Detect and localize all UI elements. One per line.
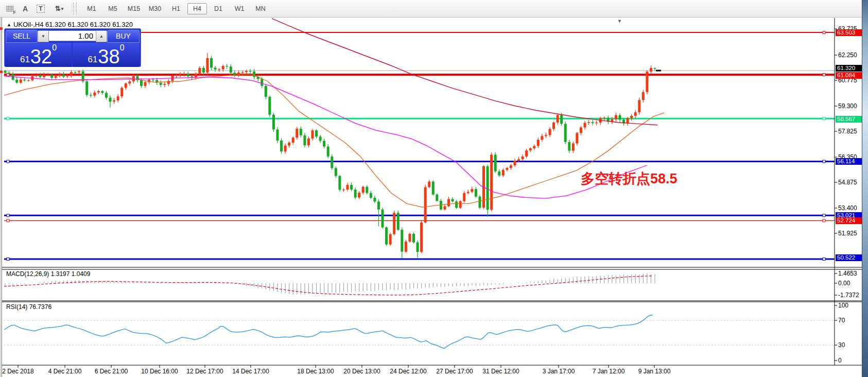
hline-handle[interactable] bbox=[7, 117, 9, 120]
timeframe-toolbar: M1M5M15M30H1H4D1W1MN bbox=[82, 3, 270, 14]
rsi-axis-label: 100 bbox=[838, 302, 848, 309]
hline-handle[interactable] bbox=[823, 117, 825, 120]
candle-body bbox=[517, 159, 520, 161]
hline-handle[interactable] bbox=[823, 31, 825, 33]
hline-handle[interactable] bbox=[823, 258, 825, 261]
last-price-dash bbox=[656, 70, 661, 72]
hline-handle[interactable] bbox=[823, 74, 825, 76]
rsi-axis-label: 0 bbox=[838, 357, 842, 364]
cursor-a-icon[interactable]: A bbox=[20, 3, 31, 14]
candle-body bbox=[373, 198, 376, 201]
ma-mid-magenta bbox=[4, 76, 647, 198]
buy-price-button[interactable]: 61 38 0 bbox=[73, 43, 140, 67]
candle-body bbox=[452, 199, 454, 202]
candle-body bbox=[323, 141, 325, 146]
buy-button[interactable]: BUY bbox=[107, 30, 140, 43]
candle-body bbox=[572, 144, 575, 151]
candle-body bbox=[646, 72, 648, 92]
candle-body bbox=[370, 193, 372, 198]
candle-body bbox=[237, 73, 240, 75]
hline-handle[interactable] bbox=[7, 219, 9, 222]
hline-handle[interactable] bbox=[7, 214, 9, 217]
candle-body bbox=[455, 201, 458, 208]
time-axis-label: 7 Jan 12:00 bbox=[593, 368, 625, 375]
candle-body bbox=[432, 182, 435, 195]
candle-body bbox=[144, 82, 147, 85]
tf-button-M5[interactable]: M5 bbox=[103, 3, 123, 14]
candle-body bbox=[284, 146, 287, 152]
tf-button-M1[interactable]: M1 bbox=[82, 3, 101, 14]
candle-body bbox=[70, 72, 73, 76]
price-badge-61.320: 61.320 bbox=[836, 65, 862, 72]
hline-handle[interactable] bbox=[7, 160, 9, 163]
chart-canvas[interactable] bbox=[0, 18, 868, 377]
text-label-icon[interactable]: T bbox=[35, 3, 46, 14]
ma-long-red bbox=[272, 19, 657, 125]
price-badge-56.114: 56.114 bbox=[836, 158, 862, 165]
candle-body bbox=[537, 140, 540, 146]
chart-shift-marker-icon[interactable]: ▼ bbox=[617, 19, 622, 24]
tf-button-D1[interactable]: D1 bbox=[209, 3, 228, 14]
macd-axis-label: -1.7372 bbox=[838, 292, 859, 299]
candle-body bbox=[408, 234, 411, 242]
candle-body bbox=[4, 71, 7, 73]
price-badge-61.084: 61.084 bbox=[836, 72, 862, 79]
candle-body bbox=[179, 74, 182, 75]
tf-button-H4[interactable]: H4 bbox=[187, 3, 207, 14]
candle-body bbox=[463, 193, 465, 201]
candle-body bbox=[125, 83, 127, 88]
candle-body bbox=[568, 142, 570, 151]
candle-body bbox=[8, 73, 10, 74]
candle-body bbox=[58, 74, 61, 76]
macd-axis-label: 0.00 bbox=[838, 280, 850, 287]
tf-button-W1[interactable]: W1 bbox=[230, 3, 249, 14]
time-axis-label: 27 Dec 17:00 bbox=[436, 368, 473, 375]
candle-body bbox=[245, 71, 248, 72]
candle-body bbox=[627, 118, 629, 123]
volume-decrease-button[interactable]: ▼ bbox=[38, 30, 49, 42]
candle-body bbox=[265, 86, 267, 97]
candle-body bbox=[218, 69, 220, 70]
candle-body bbox=[443, 206, 446, 209]
candle-body bbox=[393, 213, 395, 234]
sell-button[interactable]: SELL bbox=[6, 30, 38, 43]
sort-arrows-icon[interactable]: ⇅▾ bbox=[50, 3, 68, 14]
candle-body bbox=[43, 75, 45, 77]
one-click-trade-panel: SELL ▼ ▲ BUY 61 32 0 61 38 0 bbox=[4, 28, 141, 67]
indicators-grid-icon[interactable]: F bbox=[4, 3, 15, 14]
hline-handle[interactable] bbox=[823, 160, 825, 163]
candle-body bbox=[97, 91, 100, 93]
candle-body bbox=[303, 135, 306, 145]
candle-body bbox=[335, 168, 337, 176]
candle-body bbox=[35, 75, 38, 76]
time-axis-label: 10 Dec 16:00 bbox=[141, 368, 178, 375]
candle-body bbox=[385, 227, 388, 244]
price-tick-label: 62.250 bbox=[838, 52, 857, 59]
hline-handle[interactable] bbox=[823, 214, 825, 217]
candle-body bbox=[350, 185, 353, 190]
tf-button-H1[interactable]: H1 bbox=[166, 3, 186, 14]
tf-button-MN[interactable]: MN bbox=[251, 3, 270, 14]
hline-handle[interactable] bbox=[7, 258, 9, 261]
candle-body bbox=[15, 80, 18, 83]
candle-body bbox=[23, 79, 26, 80]
dot-grid-icon: F bbox=[6, 6, 13, 12]
candle-body bbox=[327, 147, 329, 157]
candle-body bbox=[85, 81, 88, 95]
candle-body bbox=[362, 187, 364, 193]
candle-body bbox=[494, 155, 497, 171]
candle-body bbox=[117, 96, 119, 100]
price-badge-58.567: 58.567 bbox=[836, 116, 862, 123]
candle-body bbox=[381, 210, 384, 228]
hline-handle[interactable] bbox=[823, 219, 825, 222]
candle-body bbox=[354, 190, 357, 197]
tf-button-M15[interactable]: M15 bbox=[124, 3, 144, 14]
volume-input[interactable] bbox=[48, 30, 96, 41]
edge-mark bbox=[0, 27, 3, 30]
volume-increase-button[interactable]: ▲ bbox=[96, 30, 107, 42]
tf-button-M30[interactable]: M30 bbox=[145, 3, 165, 14]
candle-body bbox=[195, 74, 197, 77]
candle-body bbox=[416, 243, 419, 252]
sell-price-button[interactable]: 61 32 0 bbox=[5, 43, 72, 67]
candle-body bbox=[389, 234, 392, 245]
